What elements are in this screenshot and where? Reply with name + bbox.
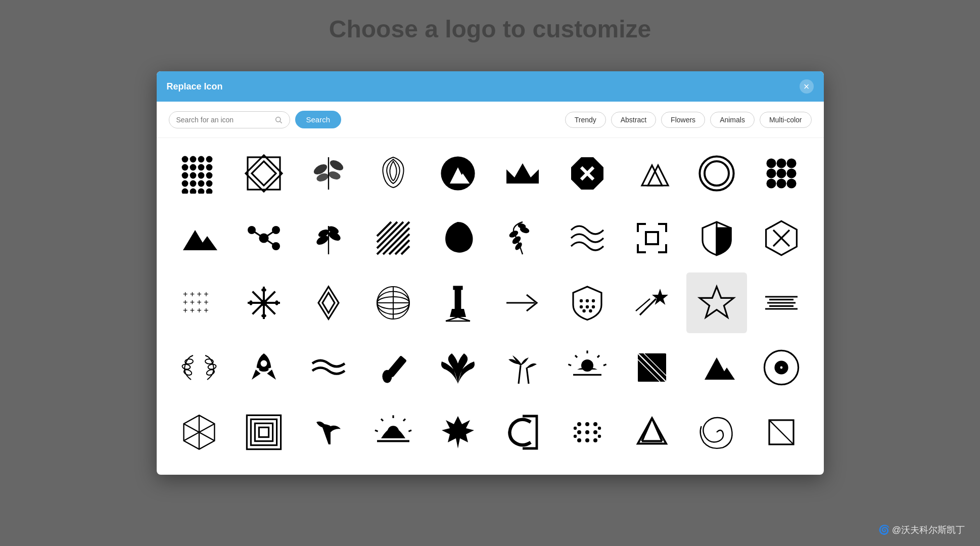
svg-point-9 xyxy=(206,164,212,171)
icon-stamp-circle[interactable] xyxy=(686,143,747,204)
icon-sunset[interactable] xyxy=(557,337,618,398)
svg-line-164 xyxy=(408,430,411,431)
icon-paint-brush[interactable] xyxy=(363,337,424,398)
icon-plus-grid[interactable]: + + + ++ + + ++ + + + xyxy=(169,272,229,333)
svg-point-114 xyxy=(582,309,585,312)
background: Choose a logo to customize Replace Icon … xyxy=(0,0,980,546)
svg-point-20 xyxy=(198,189,204,194)
svg-point-29 xyxy=(328,170,341,181)
icon-dotted-shield[interactable] xyxy=(557,272,618,333)
icon-lighthouse[interactable] xyxy=(428,272,488,333)
icon-focus-frame[interactable] xyxy=(622,208,682,268)
icon-mountain-range[interactable] xyxy=(169,208,229,268)
icons-grid: + + + ++ + + ++ + + + xyxy=(169,143,812,463)
icon-nodes-network[interactable] xyxy=(234,208,294,268)
icon-palm-trees[interactable] xyxy=(492,337,553,398)
icon-spiral[interactable] xyxy=(686,402,747,463)
svg-point-131 xyxy=(259,368,268,372)
icon-floral-blob[interactable] xyxy=(428,208,488,268)
icon-c-letter[interactable] xyxy=(492,402,553,463)
icon-dot-grid-2[interactable] xyxy=(557,402,618,463)
icon-hexagon-wireframe[interactable] xyxy=(169,402,229,463)
icon-mesh-sphere[interactable] xyxy=(363,272,424,333)
icon-x-hexagon[interactable] xyxy=(751,208,812,268)
svg-marker-102 xyxy=(450,309,466,317)
filter-multicolor[interactable]: Multi-color xyxy=(760,112,812,128)
svg-point-167 xyxy=(577,422,581,426)
svg-point-109 xyxy=(585,299,588,302)
icon-double-diamond[interactable] xyxy=(298,272,359,333)
icon-scribble-lines[interactable] xyxy=(557,208,618,268)
svg-line-162 xyxy=(403,419,405,421)
icon-speed-lines[interactable] xyxy=(751,272,812,333)
filter-trendy[interactable]: Trendy xyxy=(565,112,606,128)
svg-point-168 xyxy=(585,422,589,426)
icon-nested-squares[interactable] xyxy=(234,402,294,463)
icon-wave-lines[interactable] xyxy=(298,337,359,398)
icon-double-triangle[interactable] xyxy=(622,143,682,204)
icon-tilted-square[interactable] xyxy=(751,402,812,463)
svg-point-45 xyxy=(776,168,786,178)
svg-marker-132 xyxy=(252,370,261,380)
svg-line-104 xyxy=(446,317,458,321)
icon-impossible-triangle[interactable] xyxy=(622,402,682,463)
svg-point-110 xyxy=(591,299,594,302)
modal: Replace Icon × Search Trendy xyxy=(157,71,824,475)
icon-mountain-circle[interactable] xyxy=(428,143,488,204)
svg-point-174 xyxy=(585,438,589,442)
svg-point-40 xyxy=(705,161,729,186)
icon-sunrise[interactable] xyxy=(363,402,424,463)
icon-crown[interactable] xyxy=(492,143,553,204)
icon-palm-leaf[interactable] xyxy=(428,337,488,398)
icon-diamond-square[interactable] xyxy=(234,143,294,204)
icon-dot-grid-pattern[interactable] xyxy=(169,143,229,204)
icon-nine-dots[interactable] xyxy=(751,143,812,204)
icon-leaf-branch[interactable] xyxy=(298,208,359,268)
svg-point-91 xyxy=(261,314,266,317)
svg-line-165 xyxy=(375,430,378,431)
icon-laurel-wreath[interactable] xyxy=(169,337,229,398)
icon-rocket[interactable] xyxy=(234,337,294,398)
search-icon xyxy=(274,116,283,124)
icon-botanical-branch[interactable] xyxy=(298,143,359,204)
search-input[interactable] xyxy=(176,116,270,124)
icon-shield-half[interactable] xyxy=(686,208,747,268)
svg-point-13 xyxy=(206,172,212,179)
icon-shooting-star[interactable] xyxy=(622,272,682,333)
svg-point-41 xyxy=(766,158,776,168)
svg-point-115 xyxy=(589,309,592,312)
filter-flowers[interactable]: Flowers xyxy=(661,112,705,128)
icon-arrow-right[interactable] xyxy=(492,272,553,333)
icon-maple-leaf[interactable] xyxy=(428,402,488,463)
svg-point-178 xyxy=(573,435,576,438)
filter-abstract[interactable]: Abstract xyxy=(611,112,656,128)
icon-diagonal-lines[interactable] xyxy=(363,208,424,268)
svg-point-11 xyxy=(190,172,196,179)
svg-point-92 xyxy=(249,300,252,305)
svg-rect-158 xyxy=(255,423,272,441)
svg-point-4 xyxy=(198,156,204,163)
icon-snowflake-burst[interactable] xyxy=(234,272,294,333)
svg-marker-95 xyxy=(322,293,335,313)
svg-point-12 xyxy=(198,172,204,179)
filter-animals[interactable]: Animals xyxy=(710,112,755,128)
modal-close-button[interactable]: × xyxy=(800,79,814,94)
search-button[interactable]: Search xyxy=(295,111,342,128)
modal-title: Replace Icon xyxy=(167,81,223,92)
icon-star-outline[interactable] xyxy=(686,272,747,333)
icon-mountain-peaks[interactable] xyxy=(686,337,747,398)
svg-rect-159 xyxy=(259,427,268,437)
svg-point-173 xyxy=(577,438,581,442)
icon-scribble-circle[interactable] xyxy=(363,143,424,204)
svg-point-151 xyxy=(779,366,783,370)
icon-bird[interactable] xyxy=(298,402,359,463)
svg-line-138 xyxy=(527,368,529,384)
svg-point-134 xyxy=(260,360,267,367)
icon-fabric-swatch[interactable] xyxy=(622,337,682,398)
icon-olive-branch[interactable] xyxy=(492,208,553,268)
svg-point-177 xyxy=(597,427,600,430)
svg-point-136 xyxy=(382,370,392,383)
icon-x-octagon[interactable] xyxy=(557,143,618,204)
svg-point-170 xyxy=(577,430,581,434)
icon-eye-circle[interactable] xyxy=(751,337,812,398)
